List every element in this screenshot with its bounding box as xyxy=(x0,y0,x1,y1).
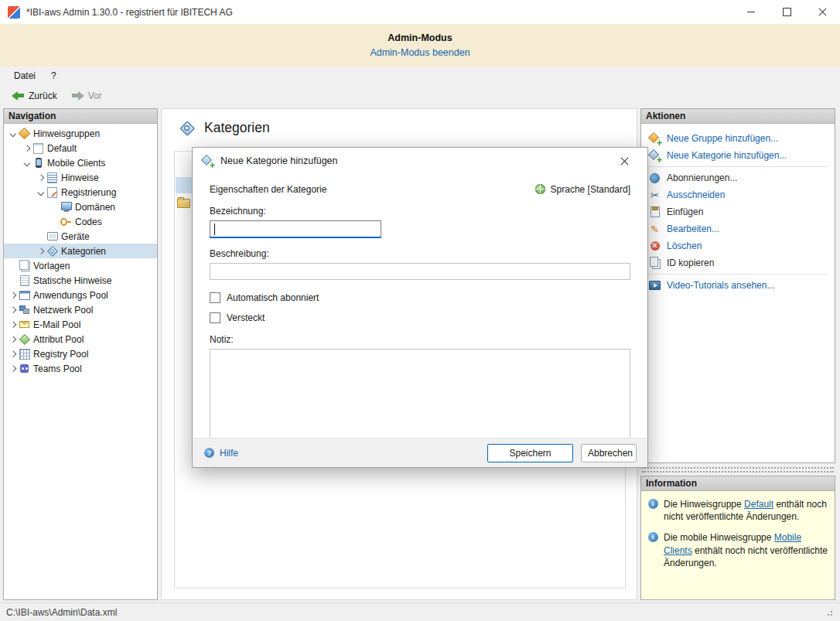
add-group-icon xyxy=(649,133,661,145)
folder-icon xyxy=(177,196,190,207)
action-löschen[interactable]: Löschen xyxy=(641,237,835,254)
tree-item-mobile-clients[interactable]: Mobile Clients xyxy=(4,155,157,170)
abbrechen-button[interactable]: Abbrechen xyxy=(581,444,637,462)
title-bar: *IBI-aws Admin 1.30.0 - registriert für … xyxy=(0,0,840,24)
tree-item-registrierung[interactable]: Registrierung xyxy=(4,185,157,200)
chevron-right-icon[interactable] xyxy=(7,293,19,298)
section-label: Eigenschaften der Kategorie xyxy=(210,184,326,195)
tree-item-attribut-pool[interactable]: Attribut Pool xyxy=(4,332,157,346)
action-label: Einfügen xyxy=(667,206,703,217)
chevron-down-icon[interactable] xyxy=(7,131,19,136)
automatisch-abonniert-checkbox[interactable] xyxy=(210,292,220,303)
language-selector[interactable]: Sprache [Standard] xyxy=(534,183,630,195)
hint-group-icon xyxy=(32,142,44,154)
tree-item-label: Attribut Pool xyxy=(33,334,84,345)
status-bar: C:\IBI-aws\Admin\Data.xml xyxy=(0,602,840,621)
tree-item-vorlagen[interactable]: Vorlagen xyxy=(4,258,157,273)
tree-item-label: Codes xyxy=(75,217,102,227)
action-einfügen[interactable]: Einfügen xyxy=(641,203,835,220)
action-ausschneiden[interactable]: Ausschneiden xyxy=(641,186,835,203)
chevron-right-icon[interactable] xyxy=(21,146,32,151)
forward-button[interactable]: Vor xyxy=(66,88,108,104)
navigation-panel: Navigation HinweisgruppenDefaultMobile C… xyxy=(3,108,158,600)
app-window: *IBI-aws Admin 1.30.0 - registriert für … xyxy=(0,0,840,621)
tree-item-statische-hinweise[interactable]: Statische Hinweise xyxy=(4,273,157,288)
add-category-icon xyxy=(649,150,661,162)
action-neue-kategorie-hinzufügen[interactable]: Neue Kategorie hinzufügen... xyxy=(641,147,835,164)
action-label: Abonnierungen... xyxy=(667,172,737,183)
chevron-right-icon[interactable] xyxy=(7,308,19,312)
action-label: Löschen xyxy=(667,241,702,251)
close-icon xyxy=(818,7,828,17)
admin-mode-title: Admin-Modus xyxy=(0,32,840,43)
navigation-header: Navigation xyxy=(4,109,157,124)
beschreibung-input[interactable] xyxy=(210,263,630,280)
tree-item-anwendungs-pool[interactable]: Anwendungs Pool xyxy=(4,288,157,302)
action-id-kopieren[interactable]: ID kopieren xyxy=(641,254,835,271)
dialog-close-button[interactable] xyxy=(610,148,638,174)
registration-icon xyxy=(46,186,58,198)
chevron-right-icon[interactable] xyxy=(35,176,46,180)
applications-pool-icon xyxy=(19,289,30,301)
page-title-row: Kategorien xyxy=(162,109,637,136)
tree-item-label: Netzwerk Pool xyxy=(33,305,93,316)
admin-mode-exit-link[interactable]: Admin-Modus beenden xyxy=(370,47,470,58)
help-icon xyxy=(203,447,215,459)
tree-item-codes[interactable]: Codes xyxy=(4,214,157,229)
resize-grip-icon[interactable] xyxy=(824,607,834,617)
list-selected-row-fragment[interactable] xyxy=(176,177,193,193)
checkbox-row-versteckt[interactable]: Versteckt xyxy=(210,312,630,323)
panel-splitter[interactable] xyxy=(640,463,835,476)
versteckt-checkbox[interactable] xyxy=(210,312,220,323)
chevron-right-icon[interactable] xyxy=(7,337,19,342)
chevron-right-icon[interactable] xyxy=(35,249,46,254)
tree-item-registry-pool[interactable]: Registry Pool xyxy=(4,346,157,361)
dialog-body: Eigenschaften der Kategorie Sprache [Sta… xyxy=(193,183,647,440)
bezeichnung-label: Bezeichnung: xyxy=(210,206,630,217)
action-bearbeiten[interactable]: Bearbeiten... xyxy=(641,220,835,237)
tree-item-label: Default xyxy=(47,143,77,154)
minimize-button[interactable] xyxy=(733,0,769,24)
tree-item-label: Hinweisgruppen xyxy=(33,128,100,139)
actions-list: Neue Gruppe hinzufügen...Neue Kategorie … xyxy=(641,124,835,294)
admin-mode-banner: Admin-Modus Admin-Modus beenden xyxy=(0,24,840,67)
dialog-title: Neue Kategorie hinzufügen xyxy=(220,155,338,166)
checkbox-row-automatisch-abonniert[interactable]: Automatisch abonniert xyxy=(210,292,630,303)
action-video-tutorials-ansehen[interactable]: Video-Tutorials ansehen... xyxy=(641,277,835,294)
automatisch-abonniert-label: Automatisch abonniert xyxy=(227,292,319,303)
tree-item-default[interactable]: Default xyxy=(4,141,157,155)
chevron-right-icon[interactable] xyxy=(7,367,19,371)
page-title: Kategorien xyxy=(204,120,270,136)
chevron-down-icon[interactable] xyxy=(35,190,46,195)
speichern-button[interactable]: Speichern xyxy=(487,444,573,462)
menu-datei[interactable]: Datei xyxy=(6,68,43,84)
action-label: Neue Kategorie hinzufügen... xyxy=(667,150,787,161)
actions-divider xyxy=(647,274,828,275)
chevron-down-icon[interactable] xyxy=(21,161,32,165)
chevron-right-icon[interactable] xyxy=(7,352,19,357)
notiz-textarea[interactable] xyxy=(210,349,630,440)
help-link[interactable]: Hilfe xyxy=(203,447,238,459)
tree-item-label: Statische Hinweise xyxy=(33,275,111,286)
tree-item-netzwerk-pool[interactable]: Netzwerk Pool xyxy=(4,302,157,317)
chevron-right-icon[interactable] xyxy=(7,322,19,327)
tree-item-domänen[interactable]: Domänen xyxy=(4,200,157,214)
info-link-default[interactable]: Default xyxy=(744,499,773,510)
menu-help[interactable]: ? xyxy=(43,68,64,84)
tree-item-label: Geräte xyxy=(61,231,90,242)
tree-item-teams-pool[interactable]: Teams Pool xyxy=(4,361,157,376)
tree-item-geräte[interactable]: Geräte xyxy=(4,229,157,244)
bezeichnung-input[interactable] xyxy=(210,220,381,238)
close-button[interactable] xyxy=(804,0,840,24)
tree-item-hinweise[interactable]: Hinweise xyxy=(4,170,157,185)
tree-item-e-mail-pool[interactable]: E-Mail Pool xyxy=(4,317,157,332)
maximize-button[interactable] xyxy=(769,0,804,24)
action-neue-gruppe-hinzufügen[interactable]: Neue Gruppe hinzufügen... xyxy=(641,130,835,147)
action-abonnierungen[interactable]: Abonnierungen... xyxy=(641,169,835,186)
tree-item-kategorien[interactable]: Kategorien xyxy=(4,244,157,258)
tree-item-hinweisgruppen[interactable]: Hinweisgruppen xyxy=(4,126,157,141)
back-button[interactable]: Zurück xyxy=(6,88,63,104)
minimize-icon xyxy=(747,12,755,12)
actions-divider xyxy=(647,166,828,167)
action-label: Ausschneiden xyxy=(667,189,725,200)
